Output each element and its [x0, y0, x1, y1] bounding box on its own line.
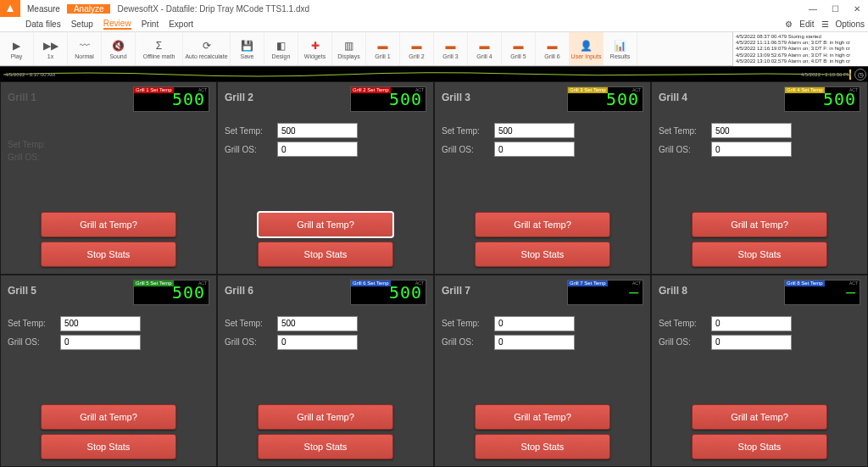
stop-stats-button[interactable]: Stop Stats	[475, 242, 610, 267]
set-temp-input[interactable]	[277, 316, 358, 331]
set-temp-input[interactable]	[494, 316, 575, 331]
options-icon[interactable]: ☰	[821, 19, 829, 29]
edit-icon[interactable]: ⚙	[785, 19, 793, 29]
grill-5-label: Grill 5	[510, 53, 526, 59]
grill-os-input[interactable]	[711, 142, 792, 157]
window-minimize-icon[interactable]: —	[802, 0, 824, 17]
displays-icon: ▥	[342, 39, 356, 53]
set-temp-label: Set Temp:	[659, 126, 711, 136]
offline-math-label: Offline math	[143, 53, 175, 59]
msglog-line: 4/5/2022 13:09:52:679 Alarm on; 3:DT H: …	[736, 53, 865, 58]
user-inputs-label: User Inputs	[571, 53, 602, 59]
set-temp-input[interactable]	[277, 123, 358, 138]
tool-sound[interactable]: 🔇Sound	[102, 32, 136, 65]
lcd-act-label: ACT	[197, 281, 209, 286]
lcd-act-label: ACT	[848, 281, 860, 286]
stop-stats-button[interactable]: Stop Stats	[475, 434, 610, 459]
grill-4-label: Grill 4	[476, 53, 492, 59]
lcd-tag: Grill 8 Set Temp	[785, 281, 825, 286]
set-temp-label: Set Temp:	[8, 319, 60, 328]
set-temp-input[interactable]	[60, 316, 141, 331]
grill-os-label: Grill OS:	[225, 145, 277, 154]
grill-os-label: Grill OS:	[659, 337, 711, 347]
tool-save[interactable]: 💾Save	[231, 32, 264, 65]
normal-label: Normal	[75, 53, 94, 59]
grill-os-input[interactable]	[494, 335, 575, 350]
window-maximize-icon[interactable]: ☐	[824, 0, 846, 17]
tool-grill-4[interactable]: ▬Grill 4	[468, 32, 502, 65]
lcd-display: Grill 2 Set TempACT500	[350, 86, 426, 112]
grill-os-input[interactable]	[711, 335, 792, 350]
tool-offline-math[interactable]: ΣOffline math	[136, 32, 183, 65]
grill-os-input[interactable]	[494, 142, 575, 157]
set-temp-label: Set Temp:	[225, 126, 277, 136]
tool-user-inputs[interactable]: 👤User Inputs	[570, 32, 604, 65]
grill-4-icon: ▬	[478, 39, 492, 53]
grill-os-input[interactable]	[277, 142, 358, 157]
mode-measure[interactable]: Measure	[20, 4, 67, 14]
grill-at-temp-button[interactable]: Grill at Temp?	[258, 404, 393, 430]
set-temp-input[interactable]	[711, 316, 792, 331]
save-icon: 💾	[241, 39, 254, 53]
timeline-strip[interactable]: 4/5/2022 - 8:37:00 AM 4/5/2022 - 2:10:36…	[0, 66, 868, 81]
options-label[interactable]: Options	[836, 19, 865, 29]
set-temp-label: Set Temp:	[442, 319, 494, 328]
panel-grill-4: Grill 4Grill 4 Set TempACT500Set Temp:Gr…	[651, 81, 868, 275]
play-icon: ▶	[10, 39, 24, 53]
grill-5-icon: ▬	[512, 39, 526, 53]
lcd-display: Grill 6 Set TempACT500	[350, 280, 426, 305]
grill-os-input[interactable]	[60, 335, 141, 350]
grill-at-temp-button[interactable]: Grill at Temp?	[475, 404, 610, 430]
widgets-icon: ✚	[309, 39, 322, 53]
grill-at-temp-button[interactable]: Grill at Temp?	[475, 212, 610, 237]
tool-auto-recalc[interactable]: ⟳Auto recalculate	[183, 32, 231, 65]
grill-at-temp-button[interactable]: Grill at Temp?	[258, 212, 393, 237]
grill-at-temp-button[interactable]: Grill at Temp?	[41, 404, 176, 430]
grill-os-input[interactable]	[277, 335, 358, 350]
save-label: Save	[241, 53, 254, 59]
clock-icon[interactable]: ◷	[854, 69, 866, 81]
stop-stats-button[interactable]: Stop Stats	[41, 434, 176, 459]
title-bar: Measure Analyze DewesoftX - Datafile: Dr…	[0, 0, 868, 17]
lcd-tag: Grill 2 Set Temp	[351, 87, 391, 93]
menu-review[interactable]: Review	[103, 19, 131, 30]
tool-results[interactable]: 📊Results	[604, 32, 637, 65]
msglog-line: 4/5/2022 11:11:06.579 Alarm on; 3:DT B: …	[736, 40, 865, 46]
menu-export[interactable]: Export	[169, 19, 193, 29]
edit-label[interactable]: Edit	[799, 19, 814, 29]
ribbon-toolbar: ▶Play▶▶1x〰Normal🔇SoundΣOffline math⟳Auto…	[0, 32, 868, 66]
panel-grill-5: Grill 5Grill 5 Set TempACT500Set Temp:Gr…	[0, 275, 217, 468]
tool-speed[interactable]: ▶▶1x	[34, 32, 68, 65]
tool-grill-5[interactable]: ▬Grill 5	[502, 32, 536, 65]
menu-print[interactable]: Print	[142, 19, 159, 29]
tool-displays[interactable]: ▥Displays	[332, 32, 366, 65]
lcd-tag: Grill 7 Set Temp	[568, 281, 608, 286]
mode-analyze[interactable]: Analyze	[67, 4, 111, 14]
stop-stats-button[interactable]: Stop Stats	[258, 242, 393, 267]
set-temp-label: Set Temp:	[225, 319, 277, 328]
message-log[interactable]: 4/5/2022 08:37:00.479 Storing started4/5…	[732, 32, 868, 66]
tool-normal[interactable]: 〰Normal	[68, 32, 102, 65]
tool-grill-3[interactable]: ▬Grill 3	[434, 32, 468, 65]
lcd-act-label: ACT	[631, 87, 643, 93]
stop-stats-button[interactable]: Stop Stats	[692, 242, 827, 267]
set-temp-input[interactable]	[494, 123, 575, 138]
set-temp-input[interactable]	[711, 123, 792, 138]
menu-setup[interactable]: Setup	[71, 19, 93, 29]
grill-at-temp-button[interactable]: Grill at Temp?	[692, 404, 827, 430]
grill-at-temp-button[interactable]: Grill at Temp?	[692, 212, 827, 237]
tool-design[interactable]: ◧Design	[264, 32, 298, 65]
menu-data-files[interactable]: Data files	[25, 19, 61, 29]
stop-stats-button[interactable]: Stop Stats	[258, 434, 393, 459]
grill-2-label: Grill 2	[409, 53, 424, 59]
stop-stats-button[interactable]: Stop Stats	[41, 242, 176, 267]
tool-play[interactable]: ▶Play	[0, 32, 34, 65]
tool-grill-2[interactable]: ▬Grill 2	[400, 32, 434, 65]
play-label: Play	[11, 53, 23, 59]
window-close-icon[interactable]: ✕	[846, 0, 868, 17]
stop-stats-button[interactable]: Stop Stats	[692, 434, 827, 459]
tool-widgets[interactable]: ✚Widgets	[298, 32, 332, 65]
tool-grill-6[interactable]: ▬Grill 6	[536, 32, 570, 65]
tool-grill-1[interactable]: ▬Grill 1	[366, 32, 400, 65]
grill-at-temp-button[interactable]: Grill at Temp?	[41, 212, 176, 237]
